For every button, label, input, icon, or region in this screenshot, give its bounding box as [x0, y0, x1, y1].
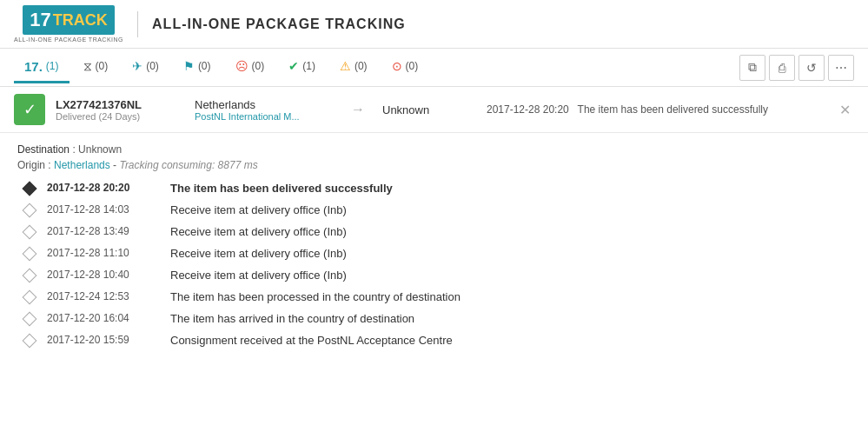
package-last-info: 2017-12-28 20:20 The item has been deliv… [487, 103, 836, 116]
timeline-item: 2017-12-28 11:10Receive item at delivery… [24, 247, 851, 260]
timeline-datetime: 2017-12-28 20:20 [47, 182, 160, 194]
logo-17: 17 [30, 9, 50, 31]
timeline-diamond-icon [23, 334, 37, 349]
arrow-right-icon: → [351, 102, 365, 117]
tab-check-count: (1) [302, 60, 315, 72]
origin-meta: Origin : Netherlands - Tracking consumin… [17, 159, 851, 171]
package-destination: Unknown [382, 103, 469, 116]
timeline-event: The item has been processed in the count… [170, 290, 461, 303]
tab-plane[interactable]: ✈ (0) [122, 52, 169, 83]
timeline-item: 2017-12-28 20:20The item has been delive… [24, 182, 851, 195]
timeline-event: The item has been delivered successfully [170, 182, 393, 195]
timeline-diamond-icon [23, 290, 37, 305]
timeline-item: 2017-12-20 15:59Consignment received at … [24, 334, 851, 347]
tabs-bar: 17. (1) ⧖ (0) ✈ (0) ⚑ (0) ☹ (0) ✔ (1) ⚠ … [0, 49, 868, 87]
timeline-datetime: 2017-12-20 15:59 [47, 334, 160, 346]
origin-value[interactable]: Netherlands [54, 159, 110, 171]
logo-track: TRACK [53, 11, 108, 30]
hourglass-icon: ⧖ [83, 59, 92, 74]
package-last-date: 2017-12-28 20:20 [487, 103, 569, 116]
timeline-event: Receive item at delivery office (Inb) [170, 203, 347, 216]
timeline-event: Receive item at delivery office (Inb) [170, 247, 347, 260]
package-origin-group: Netherlands PostNL International M... [195, 98, 334, 122]
header-title: ALL-IN-ONE PACKAGE TRACKING [152, 17, 406, 32]
package-status-label: Delivered (24 Days) [56, 111, 177, 122]
timeline-event: Receive item at delivery office (Inb) [170, 225, 347, 238]
logo: 17 TRACK ALL-IN-ONE PACKAGE TRACKING [14, 5, 123, 43]
tabs-right: ⧉ ⎙ ↺ ⋯ [739, 55, 854, 81]
clock-icon: ⊙ [392, 59, 402, 73]
logo-box: 17 TRACK [23, 5, 114, 35]
timeline-item: 2017-12-28 13:49Receive item at delivery… [24, 225, 851, 238]
tab-error-count: (0) [252, 60, 265, 72]
error-icon: ☹ [235, 59, 248, 73]
tab-hourglass-count: (0) [96, 60, 109, 72]
tab-error[interactable]: ☹ (0) [225, 52, 275, 83]
package-last-event: The item has been delivered successfully [578, 103, 768, 116]
timeline-diamond-icon [23, 269, 37, 283]
tab-flag-count: (0) [198, 60, 211, 72]
tab-all-count: (1) [46, 60, 59, 72]
package-id-group: LX277421376NL Delivered (24 Days) [56, 98, 177, 122]
timeline-diamond-icon [23, 182, 37, 196]
package-tracking-number: LX277421376NL [56, 98, 177, 111]
plane-icon: ✈ [132, 59, 142, 73]
tabs-left: 17. (1) ⧖ (0) ✈ (0) ⚑ (0) ☹ (0) ✔ (1) ⚠ … [14, 52, 428, 83]
check-icon: ✔ [288, 59, 299, 73]
tab-all[interactable]: 17. (1) [14, 52, 70, 83]
header-divider [137, 11, 138, 37]
refresh-button[interactable]: ↺ [798, 55, 825, 81]
timeline-event: Receive item at delivery office (Inb) [170, 269, 347, 282]
timeline-event: Consignment received at the PostNL Accep… [170, 334, 453, 347]
timeline-diamond-icon [23, 312, 37, 327]
timeline-diamond-icon [23, 225, 37, 240]
timeline-datetime: 2017-12-28 13:49 [47, 225, 160, 237]
tracking-time-label: Tracking consuming: [119, 159, 215, 171]
header: 17 TRACK ALL-IN-ONE PACKAGE TRACKING ALL… [0, 0, 868, 49]
origin-label: Origin [17, 159, 45, 171]
package-close-button[interactable]: ✕ [836, 98, 854, 122]
detail-section: Destination : Unknown Origin : Netherlan… [0, 133, 868, 366]
timeline: 2017-12-28 20:20The item has been delive… [17, 182, 851, 347]
copy-button[interactable]: ⧉ [739, 55, 765, 81]
tab-clock[interactable]: ⊙ (0) [381, 52, 429, 83]
paste-button[interactable]: ⎙ [769, 55, 795, 81]
timeline-item: 2017-12-28 14:03Receive item at delivery… [24, 203, 851, 216]
flag-icon: ⚑ [183, 59, 195, 73]
timeline-datetime: 2017-12-28 10:40 [47, 269, 160, 281]
tab-flag[interactable]: ⚑ (0) [173, 52, 222, 83]
tab-clock-count: (0) [406, 60, 419, 72]
timeline-item: 2017-12-24 12:53The item has been proces… [24, 290, 851, 303]
tab-hourglass[interactable]: ⧖ (0) [73, 52, 119, 83]
package-carrier[interactable]: PostNL International M... [195, 111, 334, 122]
warning-icon: ⚠ [340, 59, 351, 73]
tracking-time-ms: 8877 ms [218, 159, 258, 171]
tab-all-icon: 17. [24, 59, 43, 74]
package-row: ✓ LX277421376NL Delivered (24 Days) Neth… [0, 87, 868, 133]
logo-subtitle: ALL-IN-ONE PACKAGE TRACKING [14, 37, 123, 43]
package-origin-country: Netherlands [195, 98, 334, 111]
timeline-datetime: 2017-12-20 16:04 [47, 312, 160, 324]
tab-check[interactable]: ✔ (1) [278, 52, 326, 83]
delivered-status-icon: ✓ [14, 94, 45, 125]
tab-warning-count: (0) [354, 60, 368, 72]
timeline-datetime: 2017-12-28 11:10 [47, 247, 160, 259]
timeline-datetime: 2017-12-24 12:53 [47, 290, 160, 302]
timeline-datetime: 2017-12-28 14:03 [47, 203, 160, 216]
destination-value: Unknown [78, 143, 122, 156]
tab-warning[interactable]: ⚠ (0) [329, 52, 378, 83]
tab-plane-count: (0) [146, 60, 159, 72]
timeline-item: 2017-12-28 10:40Receive item at delivery… [24, 269, 851, 282]
timeline-diamond-icon [23, 247, 37, 262]
destination-meta: Destination : Unknown [17, 143, 851, 156]
destination-label: Destination [17, 143, 70, 156]
timeline-diamond-icon [23, 203, 37, 218]
timeline-item: 2017-12-20 16:04The item has arrived in … [24, 312, 851, 325]
timeline-event: The item has arrived in the country of d… [170, 312, 414, 325]
more-button[interactable]: ⋯ [828, 55, 854, 81]
